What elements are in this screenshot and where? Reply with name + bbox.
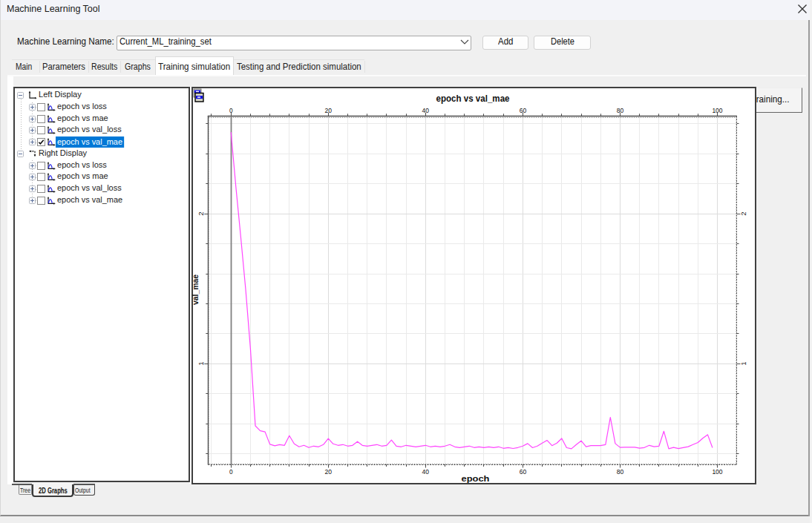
svg-text:80: 80 xyxy=(616,467,623,475)
svg-text:2: 2 xyxy=(196,211,204,215)
svg-text:val_mae: val_mae xyxy=(191,274,200,304)
svg-text:20: 20 xyxy=(324,105,332,114)
svg-text:1: 1 xyxy=(196,361,204,365)
svg-text:40: 40 xyxy=(422,105,429,114)
svg-text:0: 0 xyxy=(229,467,232,475)
svg-text:0: 0 xyxy=(229,105,232,114)
svg-text:60: 60 xyxy=(519,105,526,114)
svg-text:80: 80 xyxy=(616,105,623,114)
svg-text:epoch vs val_mae: epoch vs val_mae xyxy=(436,92,509,103)
svg-text:1: 1 xyxy=(739,361,747,365)
svg-text:60: 60 xyxy=(519,467,526,475)
svg-text:2: 2 xyxy=(739,211,747,215)
svg-text:100: 100 xyxy=(712,105,722,114)
svg-text:epoch: epoch xyxy=(461,473,489,482)
svg-text:20: 20 xyxy=(324,467,332,475)
svg-text:40: 40 xyxy=(422,467,429,475)
svg-text:100: 100 xyxy=(712,467,722,475)
